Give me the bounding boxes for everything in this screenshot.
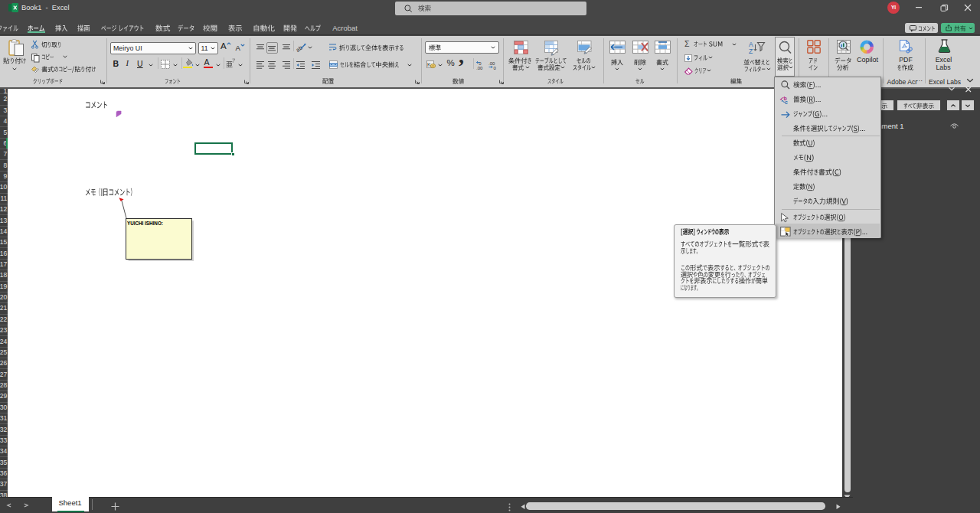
svg-text:c: c (785, 99, 788, 104)
svg-text:0: 0 (493, 65, 496, 70)
svg-text:ab: ab (294, 44, 303, 53)
svg-text:.00: .00 (476, 65, 483, 70)
svg-text:Z: Z (749, 47, 753, 55)
